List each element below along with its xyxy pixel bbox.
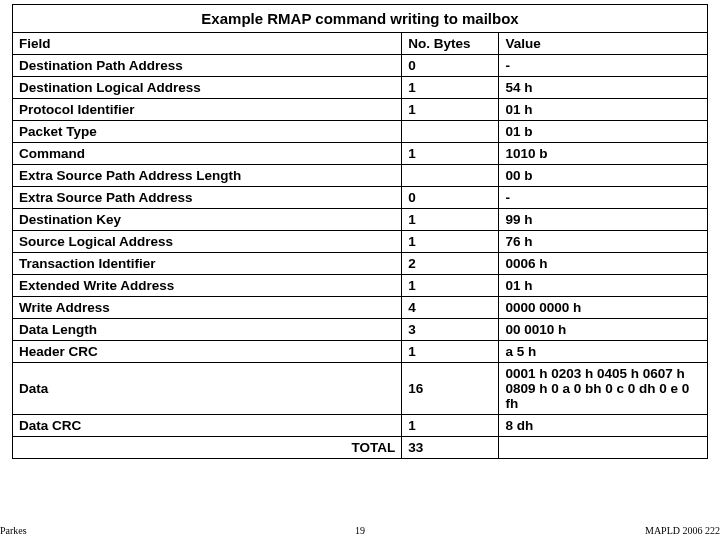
cell-bytes: 1 (402, 275, 499, 297)
cell-bytes: 2 (402, 253, 499, 275)
table-row: Data160001 h 0203 h 0405 h 0607 h 0809 h… (13, 363, 708, 415)
total-label: TOTAL (13, 437, 402, 459)
table-row: Source Logical Address176 h (13, 231, 708, 253)
cell-field: Data Length (13, 319, 402, 341)
cell-value: 1010 b (499, 143, 708, 165)
table-row: Transaction Identifier20006 h (13, 253, 708, 275)
cell-bytes (402, 121, 499, 143)
cell-value: - (499, 187, 708, 209)
cell-bytes: 1 (402, 99, 499, 121)
cell-bytes: 1 (402, 143, 499, 165)
cell-value: a 5 h (499, 341, 708, 363)
cell-bytes: 1 (402, 231, 499, 253)
cell-field: Destination Logical Address (13, 77, 402, 99)
cell-field: Destination Key (13, 209, 402, 231)
header-value: Value (499, 33, 708, 55)
cell-value: 54 h (499, 77, 708, 99)
header-field: Field (13, 33, 402, 55)
table-row: Protocol Identifier101 h (13, 99, 708, 121)
header-bytes: No. Bytes (402, 33, 499, 55)
footer-author: Parkes (0, 525, 27, 536)
cell-value: 01 b (499, 121, 708, 143)
table-row: Data Length300 0010 h (13, 319, 708, 341)
total-bytes: 33 (402, 437, 499, 459)
cell-field: Extended Write Address (13, 275, 402, 297)
cell-field: Data CRC (13, 415, 402, 437)
cell-bytes: 3 (402, 319, 499, 341)
cell-value: 01 h (499, 275, 708, 297)
cell-bytes: 1 (402, 341, 499, 363)
table-row: Destination Key199 h (13, 209, 708, 231)
cell-value: 0006 h (499, 253, 708, 275)
footer-conference: MAPLD 2006 222 (645, 525, 720, 536)
table-row: Packet Type01 b (13, 121, 708, 143)
cell-bytes: 0 (402, 55, 499, 77)
table-title: Example RMAP command writing to mailbox (13, 5, 708, 33)
cell-value: 01 h (499, 99, 708, 121)
cell-field: Write Address (13, 297, 402, 319)
table-row: Extra Source Path Address0- (13, 187, 708, 209)
total-row: TOTAL33 (13, 437, 708, 459)
cell-field: Extra Source Path Address Length (13, 165, 402, 187)
cell-value: 00 0010 h (499, 319, 708, 341)
cell-field: Destination Path Address (13, 55, 402, 77)
table-row: Extended Write Address101 h (13, 275, 708, 297)
total-value (499, 437, 708, 459)
cell-bytes: 4 (402, 297, 499, 319)
cell-field: Packet Type (13, 121, 402, 143)
cell-value: 0001 h 0203 h 0405 h 0607 h 0809 h 0 a 0… (499, 363, 708, 415)
cell-bytes: 0 (402, 187, 499, 209)
table-row: Write Address40000 0000 h (13, 297, 708, 319)
cell-value: 99 h (499, 209, 708, 231)
table-row: Destination Path Address0- (13, 55, 708, 77)
table-row: Extra Source Path Address Length00 b (13, 165, 708, 187)
cell-field: Protocol Identifier (13, 99, 402, 121)
cell-bytes (402, 165, 499, 187)
rmap-table: Example RMAP command writing to mailbox … (12, 4, 708, 459)
cell-bytes: 1 (402, 415, 499, 437)
footer-page: 19 (355, 525, 365, 536)
cell-value: 0000 0000 h (499, 297, 708, 319)
cell-field: Extra Source Path Address (13, 187, 402, 209)
cell-value: 76 h (499, 231, 708, 253)
cell-field: Source Logical Address (13, 231, 402, 253)
table-row: Destination Logical Address154 h (13, 77, 708, 99)
cell-bytes: 1 (402, 77, 499, 99)
table-row: Command11010 b (13, 143, 708, 165)
table-row: Data CRC18 dh (13, 415, 708, 437)
rmap-table-container: Example RMAP command writing to mailbox … (12, 4, 708, 459)
cell-bytes: 1 (402, 209, 499, 231)
cell-field: Data (13, 363, 402, 415)
cell-bytes: 16 (402, 363, 499, 415)
cell-value: 00 b (499, 165, 708, 187)
cell-value: 8 dh (499, 415, 708, 437)
cell-field: Transaction Identifier (13, 253, 402, 275)
header-row: Field No. Bytes Value (13, 33, 708, 55)
cell-value: - (499, 55, 708, 77)
table-row: Header CRC1a 5 h (13, 341, 708, 363)
cell-field: Command (13, 143, 402, 165)
title-row: Example RMAP command writing to mailbox (13, 5, 708, 33)
cell-field: Header CRC (13, 341, 402, 363)
